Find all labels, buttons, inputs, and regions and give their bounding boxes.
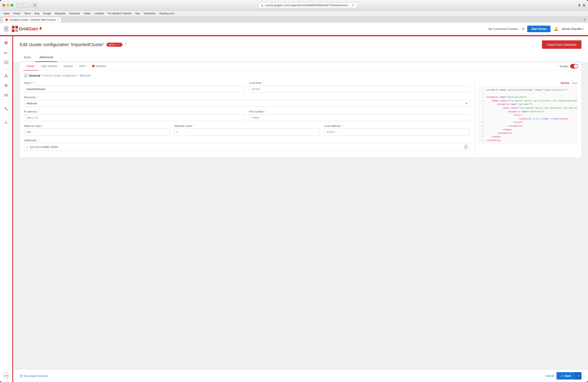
port-number-label: Port number: ? (249, 110, 470, 113)
address-item-0: 1 127.0.0.1:47500..47510 × (24, 143, 470, 151)
reading-list[interactable]: Reading List ▾ (160, 12, 175, 15)
clusters-count: 0 (522, 27, 524, 31)
hamburger-menu-button[interactable]: ☰ (4, 26, 8, 32)
line-num-3: 3 (481, 95, 484, 99)
refresh-button[interactable]: ↻ (352, 4, 355, 7)
svg-rect-29 (22, 375, 23, 376)
sidebar-download-button[interactable] (2, 118, 10, 126)
code-line-12: 12 </bean> (481, 128, 575, 132)
discovery-select[interactable]: Multicast Static IP Shared Filesystem Ap… (24, 100, 470, 107)
ip-address-help-icon[interactable]: ? (38, 110, 40, 113)
bookmark-yahoo[interactable]: Yahoo (24, 12, 31, 15)
import-from-database-button[interactable]: Import from Database (542, 40, 581, 49)
new-tab-icon-button[interactable]: ⊞ (583, 3, 586, 8)
ignite-version-badge[interactable]: Ignite 2.7 ▾ (106, 43, 123, 47)
bookmark-apple[interactable]: Apple (3, 12, 10, 15)
cancel-button[interactable]: Cancel (545, 374, 554, 378)
save-button[interactable]: ✓ Save (556, 372, 575, 380)
lang-java-button[interactable]: Java (572, 81, 577, 84)
name-input[interactable] (24, 86, 245, 92)
browser-tab[interactable]: 🔴 Configure Cluster - GridGain Web Conso… (2, 17, 61, 22)
maximize-button[interactable] (11, 4, 13, 7)
sub-tab-caches[interactable]: Caches (60, 62, 76, 70)
sidebar-cluster-button[interactable] (2, 72, 10, 80)
more-info-link[interactable]: More info (80, 74, 91, 77)
discovery-label: Discovery: ? (24, 96, 470, 99)
see-project-structure-link[interactable]: See project structure (20, 374, 48, 378)
sql-icon: SQL (4, 51, 9, 55)
attempts-count-input[interactable] (174, 129, 320, 135)
sidebar-config-button[interactable] (2, 39, 10, 47)
tab-close-button[interactable]: × (57, 19, 59, 21)
svg-rect-2 (12, 29, 15, 32)
addresses-help-icon[interactable]: ? (38, 139, 40, 142)
bookmark-yelp[interactable]: Yelp (135, 12, 140, 15)
local-address-help-icon[interactable]: ? (342, 125, 344, 128)
local-host-input[interactable] (249, 86, 470, 92)
local-address-input[interactable] (324, 129, 470, 135)
ip-address-input[interactable] (24, 114, 245, 121)
sidebar-database-button[interactable] (2, 91, 10, 100)
bookmark-bing[interactable]: Bing (35, 12, 40, 15)
start-demo-button[interactable]: Start Demo (527, 26, 551, 32)
user-menu[interactable]: Akmal Chaudhri ▾ (562, 27, 584, 31)
port-number-input[interactable] (249, 114, 470, 121)
bookmark-linkedin[interactable]: LinkedIn (94, 12, 104, 15)
address-remove-button-0[interactable]: × (464, 145, 467, 149)
sidebar-monitor-button[interactable] (2, 58, 10, 67)
tab-advanced[interactable]: Advanced (35, 53, 57, 62)
minimize-button[interactable] (7, 4, 9, 7)
attempts-count-label-text: Attempts count: (174, 124, 192, 128)
share-button[interactable]: ⬆ (578, 3, 581, 8)
user-name-label: Akmal Chaudhri (562, 27, 582, 31)
close-button[interactable] (2, 4, 5, 7)
sidebar-settings-button[interactable] (2, 82, 10, 90)
name-label: Name: ? * (24, 81, 245, 84)
section-checkbox[interactable] (24, 74, 27, 77)
sub-tab-igfs[interactable]: IGFS (76, 62, 89, 70)
bookmark-weather[interactable]: The Weather Channel (107, 12, 131, 15)
address-bar[interactable]: 🔒 console.gridgain.com/configuration/5c6… (259, 3, 357, 8)
svg-point-15 (6, 74, 7, 75)
sidebar-divider-2 (3, 102, 9, 102)
new-tab-button[interactable]: + (583, 17, 586, 22)
svg-line-20 (5, 76, 6, 76)
local-host-label-text: Local host: (249, 81, 262, 84)
tooltips-help-icon[interactable]: ? (556, 65, 558, 68)
back-button[interactable]: ‹ (17, 3, 22, 8)
notifications-button[interactable]: 🔔 (554, 27, 558, 31)
port-number-help-icon[interactable]: ? (265, 110, 267, 113)
forward-button[interactable]: › (23, 3, 29, 8)
bookmark-icloud[interactable]: iCloud (13, 12, 20, 15)
bookmark-twitter[interactable]: Twitter (84, 12, 91, 15)
svg-point-7 (5, 41, 6, 42)
line-num-5: 5 (481, 103, 484, 106)
svg-rect-27 (20, 374, 21, 375)
sub-tab-gridgain[interactable]: 🔴 GridGain (89, 62, 109, 70)
sidebar-sql-button[interactable]: SQL (2, 48, 10, 57)
attempts-count-help-icon[interactable]: ? (193, 125, 195, 128)
local-host-help-icon[interactable]: ? (263, 82, 264, 84)
tooltips-switch[interactable] (570, 64, 578, 68)
lang-spring-button[interactable]: Spring (561, 81, 569, 84)
sidebar-toggle-button[interactable]: ⊞ (32, 3, 38, 8)
phone-icon (4, 107, 8, 111)
bookmark-tripadvisor[interactable]: TripAdvisor (144, 12, 156, 15)
page-help-icon[interactable]: ? (125, 43, 127, 46)
sub-tab-cluster[interactable]: Cluster (23, 62, 38, 70)
project-structure-icon (20, 374, 23, 377)
bookmark-wikipedia[interactable]: Wikipedia (55, 12, 65, 15)
bookmark-facebook[interactable]: Facebook (69, 12, 80, 15)
sidebar-logo-bottom-button[interactable]: GG (2, 371, 10, 380)
name-help-icon[interactable]: ? (33, 82, 34, 84)
bookmark-google[interactable]: Google (43, 12, 51, 15)
address-value-0: 127.0.0.1:47500..47510 (30, 145, 463, 149)
tab-basic[interactable]: Basic (20, 53, 35, 62)
save-dropdown-button[interactable]: ▾ (575, 372, 581, 380)
discovery-help-icon[interactable]: ? (37, 96, 39, 99)
waits-for-reply-help-icon[interactable]: ? (42, 125, 44, 128)
waits-for-reply-input[interactable] (24, 129, 170, 135)
sidebar-phone-button[interactable] (2, 105, 10, 113)
code-block: 1 <property name="igniteInstanceName" va… (478, 86, 577, 143)
sub-tab-sql-scheme[interactable]: SQL Scheme (38, 62, 60, 70)
